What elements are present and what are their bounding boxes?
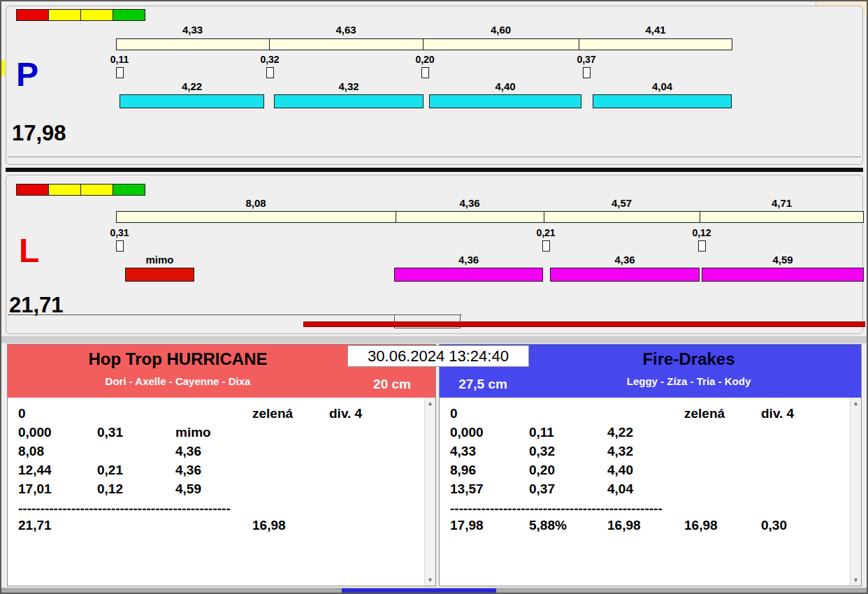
split-time-bar bbox=[116, 211, 864, 223]
change-marker bbox=[542, 240, 550, 252]
result-cell: 0 bbox=[18, 406, 26, 421]
result-cell: 0,12 bbox=[97, 481, 123, 497]
section-separator bbox=[0, 336, 868, 343]
lane-l-total-time: 21,71 bbox=[9, 294, 64, 316]
lane-l-letter: L bbox=[19, 234, 39, 268]
start-light-2 bbox=[48, 184, 81, 196]
start-light-2 bbox=[48, 9, 81, 21]
run-time-bar bbox=[550, 268, 700, 282]
run-time-bar bbox=[120, 94, 264, 108]
split-segment bbox=[117, 39, 270, 50]
scrollbar[interactable]: ▲ ▼ bbox=[850, 398, 861, 586]
result-cell: mimo bbox=[175, 425, 211, 440]
change-time-label: 0,12 bbox=[688, 227, 716, 238]
change-time-label: 0,20 bbox=[411, 54, 439, 65]
race-progress-bar bbox=[303, 321, 865, 327]
run-time-label: 4,36 bbox=[550, 254, 700, 266]
change-time-label: 0,37 bbox=[572, 54, 600, 65]
split-time-label: 8,08 bbox=[116, 197, 396, 209]
team-panel-right: Fire-Drakes Leggy - Zíza - Tria - Kody 2… bbox=[439, 344, 862, 586]
split-time-label: 4,57 bbox=[544, 197, 700, 209]
result-cell: 0,32 bbox=[529, 444, 555, 459]
result-row: 12,44 0,21 4,36 bbox=[8, 463, 423, 479]
taskbar bbox=[0, 588, 868, 594]
result-cell: 16,98 bbox=[684, 518, 718, 533]
start-light-1 bbox=[16, 184, 49, 196]
scroll-up-arrow[interactable]: ▲ bbox=[425, 400, 435, 407]
result-cell: 4,59 bbox=[175, 481, 201, 497]
result-row: 0 zelená div. 4 bbox=[440, 406, 848, 423]
result-row: 8,08 4,36 bbox=[8, 444, 423, 461]
team-name: Hop Trop HURRICANE bbox=[8, 349, 348, 369]
team-panel-left: Hop Trop HURRICANE Dori - Axelle - Cayen… bbox=[7, 344, 436, 586]
run-time-label: 4,32 bbox=[274, 80, 424, 92]
scrollbar[interactable]: ▲ ▼ bbox=[424, 398, 435, 586]
team-name: Fire-Drakes bbox=[516, 349, 861, 369]
results-left: 0 zelená div. 4 0,000 0,31 mimo 8,08 4,3… bbox=[8, 398, 435, 586]
start-light-4 bbox=[113, 184, 145, 196]
result-row: 13,57 0,37 4,04 bbox=[440, 481, 848, 498]
result-cell: 0,30 bbox=[761, 518, 787, 533]
split-segment bbox=[424, 39, 579, 50]
split-segment bbox=[117, 212, 396, 222]
run-time-bar bbox=[702, 268, 864, 282]
result-row: 8,96 0,20 4,40 bbox=[440, 463, 848, 479]
jump-height: 20 cm bbox=[357, 377, 427, 392]
lane-divider bbox=[6, 168, 863, 172]
change-marker bbox=[266, 67, 274, 78]
result-cell: 8,96 bbox=[450, 463, 476, 478]
fault-bar bbox=[125, 268, 194, 282]
result-row: 17,01 0,12 4,59 bbox=[8, 481, 423, 498]
change-time-label: 0,21 bbox=[532, 227, 560, 238]
result-cell: zelená bbox=[684, 406, 725, 421]
change-marker bbox=[583, 67, 591, 78]
result-cell: 4,22 bbox=[607, 425, 633, 440]
scroll-down-arrow[interactable]: ▼ bbox=[425, 577, 435, 584]
scroll-down-arrow[interactable]: ▼ bbox=[851, 577, 861, 584]
result-separator: ----------------------------------------… bbox=[18, 501, 231, 516]
split-time-label: 4,63 bbox=[269, 24, 423, 36]
jump-height: 27,5 cm bbox=[448, 377, 518, 392]
run-time-bar bbox=[394, 268, 543, 282]
start-light-4 bbox=[113, 9, 145, 21]
start-light-3 bbox=[80, 184, 113, 196]
scroll-up-arrow[interactable]: ▲ bbox=[851, 400, 861, 407]
result-row: 0,000 0,11 4,22 bbox=[440, 425, 848, 442]
run-time-bar bbox=[429, 94, 581, 108]
start-light-3 bbox=[80, 9, 113, 21]
result-cell: 4,04 bbox=[607, 481, 633, 497]
result-cell: 4,40 bbox=[607, 463, 633, 478]
run-time-label: mimo bbox=[125, 254, 194, 266]
start-light-1 bbox=[16, 9, 49, 21]
result-total-row: 17,98 5,88% 16,98 16,98 0,30 bbox=[440, 518, 848, 535]
result-cell: 0,11 bbox=[529, 425, 554, 440]
change-time-label: 0,31 bbox=[106, 227, 133, 238]
result-cell: 0 bbox=[450, 406, 458, 421]
team-dogs: Dori - Axelle - Cayenne - Dixa bbox=[8, 375, 348, 387]
split-segment bbox=[579, 39, 732, 50]
run-time-label: 4,36 bbox=[394, 254, 543, 266]
result-cell: zelená bbox=[252, 406, 293, 421]
result-separator: ----------------------------------------… bbox=[450, 501, 663, 516]
split-time-label: 4,36 bbox=[396, 197, 544, 209]
taskbar-item[interactable] bbox=[342, 588, 496, 594]
timestamp-display: 30.06.2024 13:24:40 bbox=[347, 345, 529, 367]
result-cell: 4,33 bbox=[450, 444, 476, 459]
lane-p-total-time: 17,98 bbox=[12, 122, 66, 144]
lane-sub-strip bbox=[8, 157, 861, 157]
split-segment bbox=[270, 39, 424, 50]
result-cell: div. 4 bbox=[761, 406, 794, 421]
result-cell: 17,01 bbox=[18, 481, 52, 497]
change-marker bbox=[116, 67, 124, 78]
change-marker bbox=[116, 240, 124, 252]
result-row: 4,33 0,32 4,32 bbox=[440, 444, 848, 461]
run-time-label: 4,59 bbox=[702, 254, 864, 266]
result-cell: 0,000 bbox=[450, 425, 484, 440]
result-row: 0,000 0,31 mimo bbox=[8, 425, 423, 442]
run-time-label: 4,22 bbox=[120, 80, 264, 92]
result-total-row: 21,71 16,98 bbox=[8, 518, 423, 535]
split-segment bbox=[700, 212, 863, 222]
left-edge-marker bbox=[0, 60, 5, 75]
split-time-bar bbox=[116, 38, 732, 50]
flyball-timing-app: P 4,33 4,63 4,60 4,41 0,11 0,32 0,20 0,3… bbox=[0, 0, 868, 594]
